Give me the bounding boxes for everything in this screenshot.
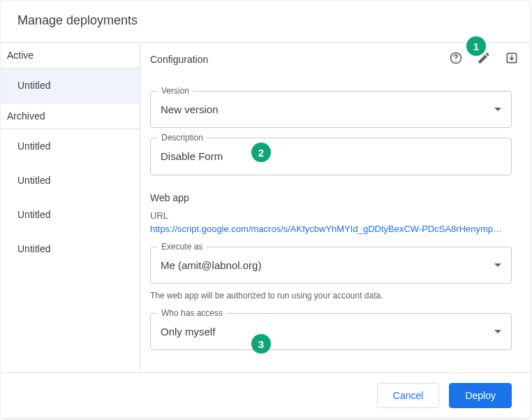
sidebar-archived-item-0[interactable]: Untitled [1,129,140,164]
sidebar-item-label: Untitled [17,243,50,254]
sidebar-item-label: Untitled [17,175,50,186]
archive-button[interactable] [502,50,522,69]
chevron-down-icon [494,108,501,111]
who-has-access-value: Only myself [161,326,494,338]
sidebar-active-heading: Active [1,43,140,68]
version-label: Version [158,86,193,96]
sidebar-archived-heading: Archived [1,103,140,129]
archive-icon [505,51,519,68]
cancel-button[interactable]: Cancel [377,383,440,408]
deploy-button[interactable]: Deploy [449,383,512,408]
execute-as-value: Me (amit@labnol.org) [161,259,494,271]
sidebar-item-label: Untitled [17,140,50,152]
config-content: Version New version Description Web app … [140,77,530,372]
webapp-section-title: Web app [150,192,512,203]
dialog-footer: Cancel Deploy [1,372,530,418]
config-header: Configuration [140,43,530,77]
help-icon [449,51,463,68]
sidebar-active-item-0[interactable]: Untitled [1,68,140,103]
sidebar-archived-item-1[interactable]: Untitled [1,164,140,198]
webapp-url[interactable]: https://script.google.com/macros/s/AKfyc… [150,224,512,234]
version-value: New version [161,103,494,115]
chevron-down-icon [494,330,501,333]
url-label: URL [150,210,512,221]
description-field[interactable]: Description [150,138,512,175]
sidebar-item-label: Untitled [17,209,50,220]
config-panel: Configuration [140,43,530,372]
sidebar-archived-item-3[interactable]: Untitled [1,232,140,266]
sidebar-item-label: Untitled [17,80,50,91]
description-label: Description [158,133,207,143]
execute-as-select[interactable]: Execute as Me (amit@labnol.org) [150,247,512,284]
pencil-icon [477,51,491,68]
manage-deployments-dialog: Manage deployments Active Untitled Archi… [0,0,531,419]
sidebar-archived-item-2[interactable]: Untitled [1,198,140,232]
sidebar: Active Untitled Archived Untitled Untitl… [1,43,140,372]
edit-button[interactable] [474,50,494,69]
who-has-access-select[interactable]: Who has access Only myself [150,313,512,350]
help-button[interactable] [446,50,466,69]
description-input[interactable] [161,150,501,162]
version-select[interactable]: Version New version [150,91,512,128]
config-title: Configuration [150,54,438,65]
auth-note: The web app will be authorized to run us… [150,291,512,300]
cancel-label: Cancel [393,390,424,401]
svg-point-1 [455,61,456,61]
execute-as-label: Execute as [158,242,206,252]
deploy-label: Deploy [465,390,496,401]
chevron-down-icon [494,263,501,267]
who-has-access-label: Who has access [158,308,226,318]
dialog-title: Manage deployments [1,1,530,42]
main-area: Active Untitled Archived Untitled Untitl… [1,42,530,372]
